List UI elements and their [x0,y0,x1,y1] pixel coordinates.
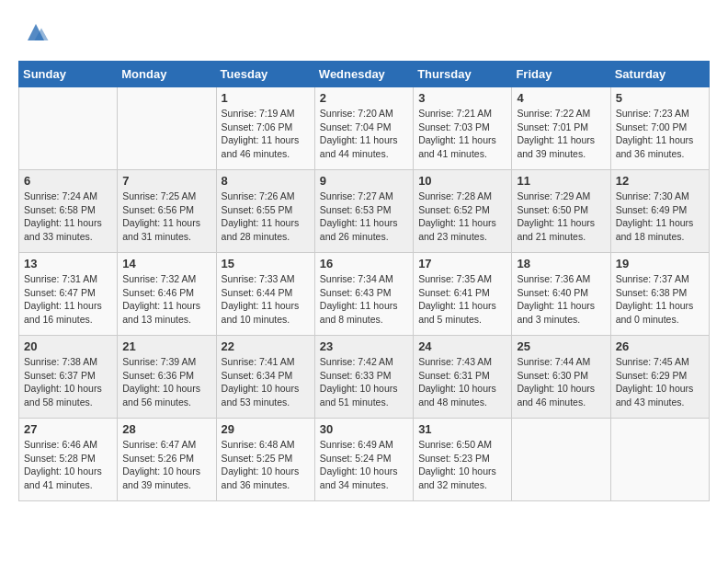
day-info: Sunrise: 7:42 AM Sunset: 6:33 PM Dayligh… [320,355,408,409]
day-number: 15 [222,257,310,270]
day-cell: 30Sunrise: 6:49 AM Sunset: 5:24 PM Dayli… [314,419,413,501]
day-info: Sunrise: 6:49 AM Sunset: 5:24 PM Dayligh… [320,438,408,492]
day-number: 28 [122,422,210,436]
day-cell: 20Sunrise: 7:38 AM Sunset: 6:37 PM Dayli… [19,336,118,419]
day-info: Sunrise: 7:31 AM Sunset: 6:47 PM Dayligh… [24,272,112,327]
day-info: Sunrise: 7:29 AM Sunset: 6:50 PM Dayligh… [517,190,605,244]
day-info: Sunrise: 7:20 AM Sunset: 7:04 PM Dayligh… [320,107,408,161]
day-number: 16 [320,257,408,270]
day-number: 31 [418,422,506,436]
day-info: Sunrise: 7:27 AM Sunset: 6:53 PM Dayligh… [320,190,408,244]
day-info: Sunrise: 7:43 AM Sunset: 6:31 PM Dayligh… [418,355,506,409]
day-number: 6 [24,174,112,188]
week-row-3: 13Sunrise: 7:31 AM Sunset: 6:47 PM Dayli… [19,253,710,336]
day-number: 22 [222,339,310,353]
day-cell: 25Sunrise: 7:44 AM Sunset: 6:30 PM Dayli… [512,336,610,419]
day-cell [512,419,610,501]
day-number: 12 [616,174,704,188]
day-number: 5 [616,91,704,105]
day-number: 18 [517,257,605,270]
day-cell: 31Sunrise: 6:50 AM Sunset: 5:23 PM Dayli… [414,419,512,501]
day-cell: 3Sunrise: 7:21 AM Sunset: 7:03 PM Daylig… [414,87,512,170]
day-cell [610,419,709,501]
day-info: Sunrise: 7:23 AM Sunset: 7:00 PM Dayligh… [616,107,704,161]
day-number: 26 [616,339,704,353]
day-info: Sunrise: 6:46 AM Sunset: 5:28 PM Dayligh… [24,438,112,492]
calendar-header: SundayMondayTuesdayWednesdayThursdayFrid… [19,62,710,87]
day-number: 7 [122,174,210,188]
day-cell: 9Sunrise: 7:27 AM Sunset: 6:53 PM Daylig… [314,170,413,253]
header-cell-thursday: Thursday [414,62,512,87]
day-number: 3 [418,91,506,105]
day-info: Sunrise: 7:19 AM Sunset: 7:06 PM Dayligh… [222,107,310,161]
day-cell: 28Sunrise: 6:47 AM Sunset: 5:26 PM Dayli… [118,419,216,501]
day-info: Sunrise: 7:39 AM Sunset: 6:36 PM Dayligh… [122,355,210,409]
day-number: 29 [222,422,310,436]
day-cell: 19Sunrise: 7:37 AM Sunset: 6:38 PM Dayli… [610,253,709,336]
header-cell-sunday: Sunday [19,62,118,87]
week-row-4: 20Sunrise: 7:38 AM Sunset: 6:37 PM Dayli… [19,336,710,419]
day-cell: 11Sunrise: 7:29 AM Sunset: 6:50 PM Dayli… [512,170,610,253]
day-number: 9 [320,174,408,188]
day-cell: 10Sunrise: 7:28 AM Sunset: 6:52 PM Dayli… [414,170,512,253]
day-info: Sunrise: 7:21 AM Sunset: 7:03 PM Dayligh… [418,107,506,161]
day-number: 8 [222,174,310,188]
day-cell: 15Sunrise: 7:33 AM Sunset: 6:44 PM Dayli… [216,253,314,336]
day-info: Sunrise: 7:41 AM Sunset: 6:34 PM Dayligh… [222,355,310,409]
day-info: Sunrise: 7:34 AM Sunset: 6:43 PM Dayligh… [320,272,408,327]
week-row-5: 27Sunrise: 6:46 AM Sunset: 5:28 PM Dayli… [19,419,710,501]
header-row: SundayMondayTuesdayWednesdayThursdayFrid… [19,62,710,87]
day-number: 4 [517,91,605,105]
day-info: Sunrise: 7:37 AM Sunset: 6:38 PM Dayligh… [616,272,704,327]
week-row-2: 6Sunrise: 7:24 AM Sunset: 6:58 PM Daylig… [19,170,710,253]
day-info: Sunrise: 7:32 AM Sunset: 6:46 PM Dayligh… [122,272,210,327]
day-cell: 18Sunrise: 7:36 AM Sunset: 6:40 PM Dayli… [512,253,610,336]
day-number: 14 [122,257,210,270]
day-info: Sunrise: 7:38 AM Sunset: 6:37 PM Dayligh… [24,355,112,409]
day-number: 21 [122,339,210,353]
day-cell: 2Sunrise: 7:20 AM Sunset: 7:04 PM Daylig… [314,87,413,170]
day-info: Sunrise: 7:44 AM Sunset: 6:30 PM Dayligh… [517,355,605,409]
day-cell: 12Sunrise: 7:30 AM Sunset: 6:49 PM Dayli… [610,170,709,253]
header-cell-saturday: Saturday [610,62,709,87]
day-number: 17 [418,257,506,270]
day-number: 25 [517,339,605,353]
day-number: 24 [418,339,506,353]
day-cell: 4Sunrise: 7:22 AM Sunset: 7:01 PM Daylig… [512,87,610,170]
day-info: Sunrise: 6:47 AM Sunset: 5:26 PM Dayligh… [122,438,210,492]
day-info: Sunrise: 7:33 AM Sunset: 6:44 PM Dayligh… [222,272,310,327]
day-cell: 8Sunrise: 7:26 AM Sunset: 6:55 PM Daylig… [216,170,314,253]
logo-icon [22,18,50,46]
day-number: 1 [222,91,310,105]
day-number: 20 [24,339,112,353]
day-number: 11 [517,174,605,188]
day-cell [118,87,216,170]
header-cell-friday: Friday [512,62,610,87]
day-number: 13 [24,257,112,270]
day-info: Sunrise: 6:48 AM Sunset: 5:25 PM Dayligh… [222,438,310,492]
day-number: 27 [24,422,112,436]
day-cell [19,87,118,170]
day-info: Sunrise: 7:30 AM Sunset: 6:49 PM Dayligh… [616,190,704,244]
page-header [18,18,710,46]
day-info: Sunrise: 7:28 AM Sunset: 6:52 PM Dayligh… [418,190,506,244]
day-cell: 17Sunrise: 7:35 AM Sunset: 6:41 PM Dayli… [414,253,512,336]
day-cell: 7Sunrise: 7:25 AM Sunset: 6:56 PM Daylig… [118,170,216,253]
day-info: Sunrise: 7:45 AM Sunset: 6:29 PM Dayligh… [616,355,704,409]
day-cell: 1Sunrise: 7:19 AM Sunset: 7:06 PM Daylig… [216,87,314,170]
day-info: Sunrise: 7:25 AM Sunset: 6:56 PM Dayligh… [122,190,210,244]
day-number: 10 [418,174,506,188]
day-cell: 27Sunrise: 6:46 AM Sunset: 5:28 PM Dayli… [19,419,118,501]
day-cell: 23Sunrise: 7:42 AM Sunset: 6:33 PM Dayli… [314,336,413,419]
day-info: Sunrise: 7:36 AM Sunset: 6:40 PM Dayligh… [517,272,605,327]
day-cell: 21Sunrise: 7:39 AM Sunset: 6:36 PM Dayli… [118,336,216,419]
day-cell: 24Sunrise: 7:43 AM Sunset: 6:31 PM Dayli… [414,336,512,419]
header-cell-tuesday: Tuesday [216,62,314,87]
day-cell: 13Sunrise: 7:31 AM Sunset: 6:47 PM Dayli… [19,253,118,336]
day-info: Sunrise: 6:50 AM Sunset: 5:23 PM Dayligh… [418,438,506,492]
day-cell: 26Sunrise: 7:45 AM Sunset: 6:29 PM Dayli… [610,336,709,419]
day-info: Sunrise: 7:22 AM Sunset: 7:01 PM Dayligh… [517,107,605,161]
day-number: 2 [320,91,408,105]
day-cell: 29Sunrise: 6:48 AM Sunset: 5:25 PM Dayli… [216,419,314,501]
day-number: 30 [320,422,408,436]
